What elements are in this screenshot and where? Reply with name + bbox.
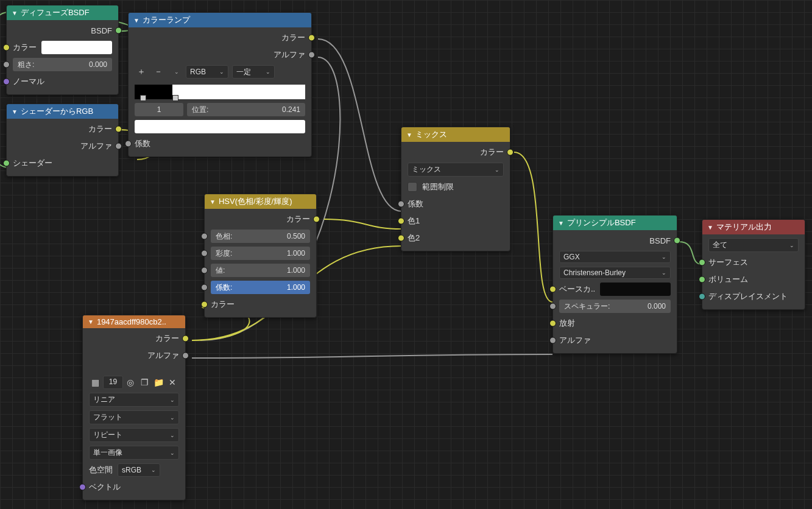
input-socket-volume[interactable] <box>699 276 705 283</box>
node-header[interactable]: ▼ 1947aacdff980cb2.. <box>83 315 185 328</box>
socket-label: カラー <box>13 42 37 53</box>
node-title: ディフューズBSDF <box>21 7 90 18</box>
node-header[interactable]: ▼ シェーダーからRGB <box>7 104 118 119</box>
fac-field[interactable]: 係数:1.000 <box>211 281 310 294</box>
node-diffuse-bsdf[interactable]: ▼ ディフューズBSDF BSDF カラー 粗さ:0.000 ノーマル <box>6 5 119 95</box>
input-socket-emission[interactable] <box>549 320 556 327</box>
socket-label: ディスプレイスメント <box>708 291 788 302</box>
collapse-icon[interactable]: ▼ <box>12 10 18 16</box>
input-socket-roughness[interactable] <box>3 61 10 68</box>
saturation-field[interactable]: 彩度:1.000 <box>211 247 310 260</box>
ramp-stop-handle[interactable] <box>140 95 146 101</box>
ramp-menu-icon[interactable]: ⌄ <box>169 65 182 79</box>
output-socket-alpha[interactable] <box>182 353 189 359</box>
input-socket-color[interactable] <box>201 301 208 308</box>
ramp-stop-handle[interactable] <box>172 95 178 101</box>
output-socket-bsdf[interactable] <box>674 237 680 244</box>
node-header[interactable]: ▼ HSV(色相/彩度/輝度) <box>205 194 316 209</box>
node-hsv[interactable]: ▼ HSV(色相/彩度/輝度) カラー 色相:0.500 彩度:1.000 値:… <box>204 194 317 318</box>
input-socket-hue[interactable] <box>201 233 208 240</box>
output-socket-color[interactable] <box>507 149 514 156</box>
output-socket-color[interactable] <box>308 35 315 41</box>
collapse-icon[interactable]: ▼ <box>88 318 94 325</box>
input-socket-fac[interactable] <box>201 284 208 291</box>
color-mode-dropdown[interactable]: RGB⌄ <box>186 65 228 79</box>
node-header[interactable]: ▼ ディフューズBSDF <box>7 5 118 20</box>
collapse-icon[interactable]: ▼ <box>133 17 139 24</box>
value-field[interactable]: 値:1.000 <box>211 264 310 277</box>
input-socket-fac[interactable] <box>125 141 132 147</box>
input-socket-vector[interactable] <box>79 484 86 491</box>
input-socket-value[interactable] <box>201 267 208 274</box>
node-title: 1947aacdff980cb2.. <box>97 317 166 326</box>
input-socket-displacement[interactable] <box>699 293 705 300</box>
stop-color-swatch[interactable] <box>135 120 305 133</box>
input-socket-base-color[interactable] <box>549 286 556 293</box>
unlink-image-icon[interactable]: ✕ <box>166 376 179 389</box>
input-socket-color1[interactable] <box>398 218 404 225</box>
node-header[interactable]: ▼ プリンシプルBSDF <box>553 216 677 230</box>
sss-method-dropdown[interactable]: Christensen-Burley⌄ <box>559 267 671 279</box>
color-ramp-gradient[interactable] <box>135 85 305 99</box>
node-header[interactable]: ▼ カラーランプ <box>129 13 311 27</box>
node-title: ミックス <box>415 129 447 140</box>
base-color-label: ベースカ.. <box>559 284 595 295</box>
node-color-ramp[interactable]: ▼ カラーランプ カラー アルファ ＋ － ⌄ RGB⌄ 一定⌄ 1 位置:0.… <box>128 12 312 157</box>
hue-field[interactable]: 色相:0.500 <box>211 230 310 243</box>
output-socket-color[interactable] <box>182 335 189 342</box>
socket-label: カラー <box>286 214 310 225</box>
node-image-texture[interactable]: ▼ 1947aacdff980cb2.. カラー アルファ ▦ 19 ◎ ❐ 📁… <box>82 315 186 500</box>
input-socket-color[interactable] <box>3 44 10 51</box>
output-socket-alpha[interactable] <box>308 52 315 58</box>
new-image-icon[interactable]: ❐ <box>138 376 151 389</box>
collapse-icon[interactable]: ▼ <box>12 108 18 115</box>
input-socket-surface[interactable] <box>699 259 705 266</box>
output-socket-bsdf[interactable] <box>115 27 122 34</box>
remove-stop-button[interactable]: － <box>152 65 165 79</box>
output-socket-color[interactable] <box>115 126 122 133</box>
target-dropdown[interactable]: 全て⌄ <box>708 238 799 252</box>
interpolation-dropdown[interactable]: 一定⌄ <box>232 65 275 79</box>
collapse-icon[interactable]: ▼ <box>210 198 216 205</box>
interpolation-dropdown[interactable]: リニア⌄ <box>89 393 179 407</box>
input-socket-specular[interactable] <box>549 303 556 310</box>
input-socket-saturation[interactable] <box>201 250 208 257</box>
stop-position-field[interactable]: 位置:0.241 <box>187 103 305 116</box>
input-socket-shader[interactable] <box>3 160 10 167</box>
stop-index-field[interactable]: 1 <box>135 103 183 116</box>
node-header[interactable]: ▼ マテリアル出力 <box>702 220 805 234</box>
color-swatch[interactable] <box>41 41 112 54</box>
collapse-icon[interactable]: ▼ <box>707 224 713 231</box>
roughness-field[interactable]: 粗さ:0.000 <box>13 58 112 71</box>
node-principled-bsdf[interactable]: ▼ プリンシプルBSDF BSDF GGX⌄ Christensen-Burle… <box>553 215 677 354</box>
input-socket-color2[interactable] <box>398 235 404 242</box>
node-shader-to-rgb[interactable]: ▼ シェーダーからRGB カラー アルファ シェーダー <box>6 104 119 177</box>
clamp-label: 範囲制限 <box>422 181 454 192</box>
image-users-field[interactable]: 19 <box>103 376 123 389</box>
projection-dropdown[interactable]: フラット⌄ <box>89 410 179 424</box>
node-material-output[interactable]: ▼ マテリアル出力 全て⌄ サーフェス ボリューム ディスプレイスメント <box>702 219 805 310</box>
clamp-checkbox[interactable] <box>408 182 417 192</box>
specular-field[interactable]: スペキュラー:0.000 <box>559 300 671 313</box>
add-stop-button[interactable]: ＋ <box>135 65 148 79</box>
fake-user-icon[interactable]: ◎ <box>124 376 137 389</box>
colorspace-dropdown[interactable]: sRGB⌄ <box>118 463 160 477</box>
extension-dropdown[interactable]: リピート⌄ <box>89 428 179 442</box>
base-color-swatch[interactable] <box>600 283 671 296</box>
collapse-icon[interactable]: ▼ <box>558 220 564 226</box>
collapse-icon[interactable]: ▼ <box>406 132 412 138</box>
image-browse-icon[interactable]: ▦ <box>89 376 102 389</box>
blend-mode-dropdown[interactable]: ミックス⌄ <box>408 163 504 177</box>
socket-label: カラー <box>480 147 504 158</box>
input-socket-normal[interactable] <box>3 79 10 85</box>
distribution-dropdown[interactable]: GGX⌄ <box>559 251 671 263</box>
source-dropdown[interactable]: 単一画像⌄ <box>89 446 179 460</box>
node-header[interactable]: ▼ ミックス <box>401 127 510 142</box>
socket-label: 係数 <box>408 198 423 209</box>
output-socket-color[interactable] <box>313 216 320 223</box>
input-socket-alpha[interactable] <box>549 337 556 344</box>
output-socket-alpha[interactable] <box>115 143 122 150</box>
input-socket-fac[interactable] <box>398 201 404 208</box>
open-image-icon[interactable]: 📁 <box>152 376 165 389</box>
node-mix[interactable]: ▼ ミックス カラー ミックス⌄ 範囲制限 係数 色1 色2 <box>401 127 510 251</box>
